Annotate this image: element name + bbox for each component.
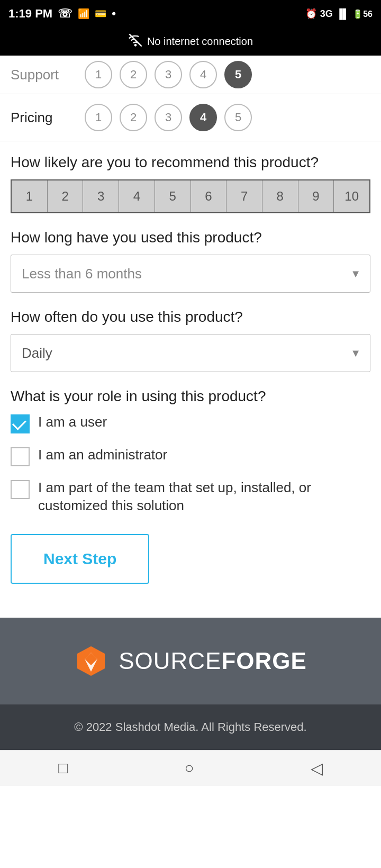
- checkbox-admin-label: I am an administrator: [38, 446, 167, 464]
- support-step-1[interactable]: 1: [85, 61, 112, 88]
- rating-1[interactable]: 1: [12, 180, 48, 212]
- support-step-4[interactable]: 4: [189, 61, 217, 88]
- nav-square-icon[interactable]: □: [58, 759, 68, 777]
- battery-icon: 🔋56: [352, 9, 373, 19]
- main-content: How likely are you to recommend this pro…: [0, 141, 381, 618]
- svg-point-6: [88, 656, 94, 662]
- checkbox-team-box[interactable]: [11, 480, 30, 499]
- checkbox-user-box[interactable]: [11, 414, 30, 433]
- q4-label: What is your role in using this product?: [11, 388, 370, 405]
- pricing-step-3[interactable]: 3: [155, 104, 182, 131]
- time: 1:19 PM: [8, 7, 52, 21]
- q3-section: How often do you use this product? Daily…: [11, 309, 370, 372]
- whatsapp-icon: ☏: [58, 7, 72, 21]
- checkbox-user-label: I am a user: [38, 413, 107, 431]
- rating-4[interactable]: 4: [119, 180, 155, 212]
- q3-select[interactable]: Daily Weekly Monthly Rarely: [11, 334, 370, 372]
- pricing-step-5[interactable]: 5: [224, 104, 252, 131]
- q4-section: What is your role in using this product?…: [11, 388, 370, 515]
- sf-source: SOURCE: [119, 648, 221, 674]
- dot: •: [112, 7, 116, 21]
- pricing-section-row: Pricing 1 2 3 4 5: [0, 94, 381, 141]
- q2-section: How long have you used this product? Les…: [11, 229, 370, 293]
- checkbox-user[interactable]: I am a user: [11, 413, 370, 433]
- q1-label: How likely are you to recommend this pro…: [11, 154, 370, 171]
- support-section-row: Support 1 2 3 4 5: [0, 56, 381, 94]
- role-checkbox-group: I am a user I am an administrator I am p…: [11, 413, 370, 515]
- brand-footer: SOURCEFORGE: [0, 618, 381, 704]
- pricing-steps: 1 2 3 4 5: [85, 104, 252, 131]
- copyright-text: © 2022 Slashdot Media. All Rights Reserv…: [74, 720, 306, 734]
- alarm-icon: ⏰: [305, 8, 317, 20]
- next-step-button[interactable]: Next Step: [11, 534, 149, 584]
- rating-8[interactable]: 8: [262, 180, 298, 212]
- q1-section: How likely are you to recommend this pro…: [11, 154, 370, 213]
- status-right: ⏰ 3G ▐▌ 🔋56: [305, 8, 373, 20]
- bars-icon: ▐▌: [336, 8, 350, 20]
- no-wifi-icon: [128, 33, 143, 50]
- sourceforge-text: SOURCEFORGE: [119, 648, 307, 674]
- checkbox-team-label: I am part of the team that set up, insta…: [38, 479, 370, 515]
- support-steps: 1 2 3 4 5: [85, 61, 252, 88]
- nav-bar: □ ○ ◁: [0, 750, 381, 786]
- no-internet-text: No internet connection: [147, 35, 253, 48]
- network-label: 3G: [320, 8, 333, 20]
- pricing-step-2[interactable]: 2: [120, 104, 147, 131]
- q3-select-wrapper: Daily Weekly Monthly Rarely ▼: [11, 334, 370, 372]
- rating-6[interactable]: 6: [191, 180, 227, 212]
- support-step-5[interactable]: 5: [224, 61, 252, 88]
- sd-icon: 💳: [95, 8, 106, 20]
- svg-point-1: [135, 44, 136, 46]
- pricing-label: Pricing: [11, 110, 74, 126]
- checkbox-admin-box[interactable]: [11, 447, 30, 466]
- rating-2[interactable]: 2: [48, 180, 84, 212]
- status-bar: 1:19 PM ☏ 📶 💳 • ⏰ 3G ▐▌ 🔋56: [0, 0, 381, 28]
- signal-icon: 📶: [78, 8, 89, 20]
- rating-10[interactable]: 10: [334, 180, 369, 212]
- rating-3[interactable]: 3: [83, 180, 119, 212]
- rating-9[interactable]: 9: [298, 180, 334, 212]
- nav-back-icon[interactable]: ◁: [311, 759, 323, 777]
- pricing-step-1[interactable]: 1: [85, 104, 112, 131]
- checkbox-admin[interactable]: I am an administrator: [11, 446, 370, 466]
- checkbox-team[interactable]: I am part of the team that set up, insta…: [11, 479, 370, 515]
- sourceforge-logo-icon: [74, 644, 108, 678]
- q2-select-wrapper: Less than 6 months 6 months to 1 year 1 …: [11, 255, 370, 293]
- sf-forge: FORGE: [221, 648, 306, 674]
- q2-label: How long have you used this product?: [11, 229, 370, 246]
- support-label: Support: [11, 67, 74, 83]
- rating-7[interactable]: 7: [226, 180, 262, 212]
- copyright-footer: © 2022 Slashdot Media. All Rights Reserv…: [0, 704, 381, 750]
- q3-label: How often do you use this product?: [11, 309, 370, 326]
- status-left: 1:19 PM ☏ 📶 💳 •: [8, 7, 116, 21]
- rating-5[interactable]: 5: [155, 180, 191, 212]
- rating-row: 1 2 3 4 5 6 7 8 9 10: [11, 179, 370, 213]
- support-step-3[interactable]: 3: [155, 61, 182, 88]
- pricing-step-4[interactable]: 4: [189, 104, 217, 131]
- support-step-2[interactable]: 2: [120, 61, 147, 88]
- no-internet-banner: No internet connection: [0, 28, 381, 56]
- q2-select[interactable]: Less than 6 months 6 months to 1 year 1 …: [11, 255, 370, 293]
- nav-circle-icon[interactable]: ○: [185, 759, 194, 777]
